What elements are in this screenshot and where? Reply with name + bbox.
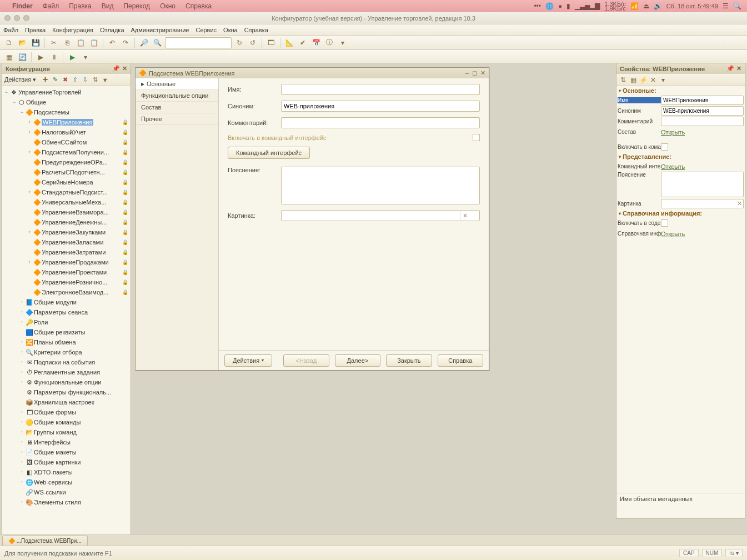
mac-menu-help[interactable]: Справка (186, 2, 212, 10)
tree-row[interactable]: +🔶УправлениеЗакупками🔒 (2, 227, 131, 237)
tree-row[interactable]: +🔀Планы обмена (2, 337, 131, 347)
pin-icon[interactable]: 📌 (726, 65, 734, 72)
tree-row[interactable]: +🔶СтандартныеПодсист...🔒 (2, 187, 131, 197)
tree-row[interactable]: +⏱Регламентные задания (2, 367, 131, 377)
open-icon[interactable]: 📂 (17, 37, 28, 48)
battery-icon[interactable]: ▮ (566, 2, 570, 10)
close-icon[interactable]: ✕ (480, 69, 485, 77)
actions-menu[interactable]: Действия ▾ (4, 76, 36, 83)
new-icon[interactable]: 🗋 (3, 37, 14, 48)
minimize-icon[interactable]: – (465, 69, 469, 77)
tree-row[interactable]: 🔶УправлениеПроектами🔒 (2, 267, 131, 277)
menu-config[interactable]: Конфигурация (52, 27, 93, 33)
expand-icon[interactable]: + (19, 449, 25, 455)
traffic-lights[interactable] (4, 15, 29, 21)
tree-row[interactable]: 🟦Общие реквизиты (2, 327, 131, 337)
wifi-icon[interactable]: 📶 (630, 2, 639, 10)
expand-icon[interactable]: + (19, 319, 25, 325)
tree-row[interactable]: +⚙Функциональные опции (2, 377, 131, 387)
calendar-icon[interactable]: 📅 (310, 37, 322, 48)
cut-icon[interactable]: ✂ (48, 37, 59, 48)
refresh-icon[interactable]: ↻ (234, 37, 245, 48)
status-lang[interactable]: ru ▾ (725, 549, 743, 557)
cmd-interface-button[interactable]: Командный интерфейс (228, 147, 310, 159)
expand-icon[interactable]: − (11, 99, 17, 105)
expand-icon[interactable]: + (19, 409, 25, 415)
volume-icon[interactable]: 🔊 (654, 2, 662, 10)
mac-menu-file[interactable]: Файл (43, 2, 59, 10)
tree-row[interactable]: +🖥Интерфейсы (2, 437, 131, 447)
close-icon[interactable]: ✕ (736, 65, 741, 72)
category-icon[interactable]: ▦ (629, 76, 638, 84)
tree-row[interactable]: +📘Общие модули (2, 297, 131, 307)
tree-row[interactable]: 📦Хранилища настроек (2, 397, 131, 407)
prop-syn-value[interactable]: WEB-приложения (661, 106, 744, 116)
maximize-icon[interactable]: ◻ (472, 69, 477, 77)
help-button[interactable]: Справка (438, 354, 483, 367)
expand-icon[interactable]: + (19, 349, 25, 355)
tree-row[interactable]: +✉Подписки на события (2, 357, 131, 367)
tree-row[interactable]: −⬡Общие (2, 97, 131, 107)
tree-row[interactable]: 🔶ПредупреждениеОРа...🔒 (2, 157, 131, 167)
expand-icon[interactable]: + (27, 229, 33, 235)
expand-icon[interactable]: + (27, 189, 33, 195)
tree-row[interactable]: +🔶НалоговыйУчет🔒 (2, 127, 131, 137)
close-button[interactable]: Закрыть (386, 354, 432, 367)
sort-az-icon[interactable]: ⇅ (619, 76, 628, 84)
prop-name-value[interactable]: WEBПриложения (661, 96, 744, 105)
menu-help[interactable]: Справка (244, 27, 268, 33)
zoom-icon[interactable]: 🔍 (152, 37, 163, 48)
spotlight-icon[interactable]: 🔍 (733, 2, 741, 10)
tree-row[interactable]: +🔷Параметры сеанса (2, 307, 131, 317)
expand-icon[interactable]: − (19, 109, 25, 115)
input-explain[interactable] (281, 167, 480, 204)
redo-icon[interactable]: ↷ (120, 37, 131, 48)
paste-icon[interactable]: 📋 (75, 37, 86, 48)
eject-icon[interactable]: ⏏ (643, 2, 649, 10)
expand-icon[interactable]: + (19, 479, 25, 485)
expand-icon[interactable]: + (19, 339, 25, 345)
nav-content[interactable]: Состав (136, 102, 218, 113)
dock-tab-subsystem[interactable]: 🔶 ...Подсистема WEBПри... (2, 536, 88, 546)
list-icon[interactable]: ☰ (723, 2, 729, 10)
nav-other[interactable]: Прочее (136, 113, 218, 125)
tree-row[interactable]: 🔶РасчетыСПодотчетн...🔒 (2, 167, 131, 177)
tree-row[interactable]: 🔶УправлениеДенежны...🔒 (2, 217, 131, 227)
tree-row[interactable]: 🔶ЭлектронноеВзаимод...🔒 (2, 287, 131, 297)
search-combo[interactable] (165, 37, 232, 48)
tree-row[interactable]: −❖УправлениеТорговлей (2, 87, 131, 97)
menu-admin[interactable]: Администрирование (131, 27, 189, 33)
tree-row[interactable]: −🔶Подсистемы (2, 107, 131, 117)
refresh2-icon[interactable]: ↺ (247, 37, 258, 48)
prop-comp-link[interactable]: Открыть (661, 129, 685, 136)
tree-row[interactable]: +📂Группы команд (2, 427, 131, 437)
menu-file[interactable]: Файл (3, 27, 18, 33)
save-icon[interactable]: 💾 (30, 37, 41, 48)
prop-incl-check[interactable] (661, 143, 668, 151)
tree-row[interactable]: 🔶УправлениеЗапасами🔒 (2, 237, 131, 247)
section-view[interactable]: Представление: (616, 152, 745, 161)
tree-row[interactable]: ⚙Параметры функциональ... (2, 387, 131, 397)
expand-icon[interactable]: − (3, 89, 9, 95)
tree-edit-icon[interactable]: ✎ (51, 76, 59, 84)
run-icon[interactable]: ▶ (67, 52, 78, 63)
expand-icon[interactable]: + (19, 499, 25, 505)
tree-row[interactable]: 🔶СерийныеНомера🔒 (2, 177, 131, 187)
globe-icon[interactable]: 🌐 (545, 2, 554, 10)
copy-icon[interactable]: ⎘ (62, 37, 73, 48)
nav-main[interactable]: Основные (136, 78, 218, 90)
prop-cmdi-link[interactable]: Открыть (661, 163, 685, 170)
expand-icon[interactable]: + (27, 259, 33, 265)
tree-row[interactable]: +🎨Элементы стиля (2, 497, 131, 507)
tree-row[interactable]: +🖼Общие картинки (2, 457, 131, 467)
close-icon[interactable]: ✕ (122, 65, 127, 72)
expand-icon[interactable]: + (19, 309, 25, 315)
run-drop-icon[interactable]: ▾ (80, 52, 91, 63)
tree-row[interactable]: +◧XDTO-пакеты (2, 467, 131, 477)
tree-row[interactable]: 🔶УправлениеЗатратами🔒 (2, 247, 131, 257)
expand-icon[interactable]: + (19, 299, 25, 305)
tree-row[interactable]: 🔶УправлениеВзаимора...🔒 (2, 207, 131, 217)
tree-row[interactable]: +🟡Общие команды (2, 417, 131, 427)
expand-icon[interactable]: + (27, 119, 33, 125)
next-button[interactable]: Далее> (335, 354, 380, 367)
